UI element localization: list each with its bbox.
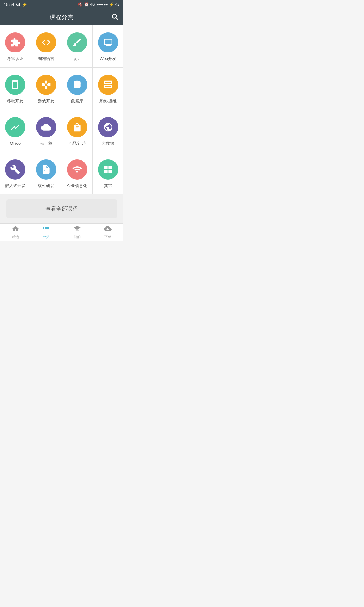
category-item-software[interactable]: 软件研发	[31, 152, 62, 194]
category-item-embedded[interactable]: 嵌入式开发	[0, 152, 31, 194]
nav-item-mine[interactable]: 我的	[62, 224, 93, 241]
photo-icon: 🖼	[16, 2, 20, 7]
sysops-label: 系统/运维	[99, 99, 117, 104]
status-bar: 15:54 🖼 ⚡ 🔇 ⏰ 4G ●●●●● ⚡ 42	[0, 0, 123, 9]
web-icon	[98, 32, 118, 52]
other-icon	[98, 159, 118, 180]
svg-line-1	[116, 18, 118, 19]
header: 课程分类	[0, 9, 123, 25]
usb-icon: ⚡	[22, 2, 27, 7]
category-item-other[interactable]: 其它	[93, 152, 123, 194]
enterprise-icon	[67, 159, 87, 180]
category-item-exam[interactable]: 考试认证	[0, 25, 31, 67]
sysops-icon	[98, 75, 118, 95]
view-all-button[interactable]: 查看全部课程	[6, 199, 117, 218]
product-label: 产品/运营	[68, 141, 86, 146]
cloud-label: 云计算	[40, 141, 52, 146]
category-item-database[interactable]: 数据库	[62, 68, 93, 110]
database-label: 数据库	[71, 99, 83, 104]
main-content: 考试认证编程语言设计Web开发移动开发游戏开发数据库系统/运维Office云计算…	[0, 25, 123, 223]
category-item-web[interactable]: Web开发	[93, 25, 123, 67]
nav-category-icon	[42, 225, 50, 234]
status-left: 15:54 🖼 ⚡	[4, 2, 27, 7]
cloud-icon	[36, 117, 56, 137]
category-item-programming[interactable]: 编程语言	[31, 25, 62, 67]
bigdata-label: 大数据	[102, 141, 114, 146]
category-item-enterprise[interactable]: 企业信息化	[62, 152, 93, 194]
category-item-office[interactable]: Office	[0, 110, 31, 152]
office-label: Office	[10, 141, 21, 146]
programming-icon	[36, 32, 56, 52]
nav-home-label: 精选	[12, 235, 19, 239]
page-title: 课程分类	[50, 13, 74, 21]
game-icon	[36, 75, 56, 95]
game-label: 游戏开发	[38, 99, 54, 104]
design-icon	[67, 32, 87, 52]
other-label: 其它	[104, 183, 112, 189]
alarm-icon: ⏰	[84, 2, 89, 7]
software-icon	[36, 159, 56, 180]
bottom-nav: 精选分类我的下载	[0, 223, 123, 241]
mobile-label: 移动开发	[7, 99, 23, 104]
battery-icon: ⚡	[109, 2, 114, 7]
signal-icon: ●●●●●	[96, 2, 108, 7]
nav-download-label: 下载	[104, 235, 111, 239]
category-item-game[interactable]: 游戏开发	[31, 68, 62, 110]
battery-level: 42	[115, 2, 119, 7]
nav-category-label: 分类	[43, 235, 50, 239]
database-icon	[67, 75, 87, 95]
time: 15:54	[4, 2, 14, 7]
category-item-mobile[interactable]: 移动开发	[0, 68, 31, 110]
category-item-sysops[interactable]: 系统/运维	[93, 68, 123, 110]
category-item-bigdata[interactable]: 大数据	[93, 110, 123, 152]
software-label: 软件研发	[38, 183, 54, 189]
nav-home-icon	[12, 225, 19, 234]
mute-icon: 🔇	[78, 2, 83, 7]
programming-label: 编程语言	[38, 56, 54, 62]
category-item-cloud[interactable]: 云计算	[31, 110, 62, 152]
status-right: 🔇 ⏰ 4G ●●●●● ⚡ 42	[78, 2, 119, 7]
mobile-icon	[5, 75, 25, 95]
web-label: Web开发	[100, 56, 116, 62]
bigdata-icon	[98, 117, 118, 137]
exam-label: 考试认证	[7, 56, 23, 62]
embedded-icon	[5, 159, 25, 180]
nav-item-home[interactable]: 精选	[0, 224, 31, 241]
search-button[interactable]	[111, 13, 118, 21]
category-item-design[interactable]: 设计	[62, 25, 93, 67]
nav-item-download[interactable]: 下载	[93, 224, 124, 241]
office-icon	[5, 117, 25, 137]
nav-mine-icon	[73, 225, 81, 234]
product-icon	[67, 117, 87, 137]
network-label: 4G	[90, 2, 95, 7]
embedded-label: 嵌入式开发	[5, 183, 26, 189]
nav-mine-label: 我的	[74, 235, 81, 239]
nav-item-category[interactable]: 分类	[31, 224, 62, 241]
nav-download-icon	[104, 225, 112, 234]
category-item-product[interactable]: 产品/运营	[62, 110, 93, 152]
design-label: 设计	[73, 56, 81, 62]
category-grid: 考试认证编程语言设计Web开发移动开发游戏开发数据库系统/运维Office云计算…	[0, 25, 123, 194]
enterprise-label: 企业信息化	[67, 183, 87, 189]
exam-icon	[5, 32, 25, 52]
